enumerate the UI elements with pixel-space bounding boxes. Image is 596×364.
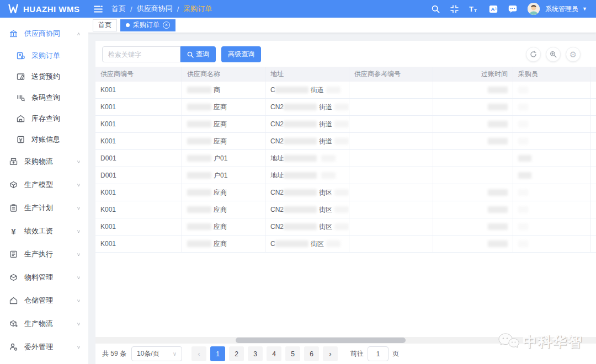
redacted-patch — [518, 87, 528, 93]
sidebar-group-production-logistics[interactable]: 生产物流 ∨ — [0, 312, 88, 335]
breadcrumb-current: 采购订单 — [183, 4, 212, 14]
page-button-6[interactable]: 6 — [304, 346, 319, 361]
redacted-patch — [334, 104, 349, 110]
prev-page-button[interactable]: ‹ — [191, 346, 206, 361]
tab-purchase-order[interactable]: 采购订单 × — [120, 19, 175, 31]
table-row[interactable]: D001户01地址 — [95, 167, 596, 184]
table-row[interactable]: D001户01地址 — [95, 150, 596, 167]
active-dot — [126, 23, 130, 27]
sidebar-group-warehouse-management[interactable]: 仓储管理 ∨ — [0, 289, 88, 312]
table-row[interactable]: K001应商C街区 — [95, 235, 596, 253]
breadcrumb-module[interactable]: 供应商协同 — [137, 4, 173, 14]
chevron-down-icon: ∨ — [77, 159, 81, 164]
sidebar-item-barcode-query[interactable]: 条码查询 — [0, 87, 88, 108]
table-row[interactable]: K001应商CN2街道 — [95, 116, 596, 133]
production-logistics-icon — [9, 319, 18, 329]
cell-supplier-ref — [349, 218, 433, 235]
redacted-patch — [284, 104, 317, 110]
redacted-patch — [187, 121, 211, 127]
goto-page-input[interactable] — [368, 346, 389, 361]
hamburger-icon[interactable] — [88, 6, 111, 13]
advanced-query-button[interactable]: 高级查询 — [221, 46, 261, 62]
cell-filler — [590, 235, 596, 252]
cell-supplier-ref — [349, 235, 433, 252]
redacted-patch — [518, 138, 528, 144]
sidebar-group-supplier-collab[interactable]: 供应商协同 ∧ — [0, 22, 88, 45]
cell-posting-time — [433, 218, 513, 235]
redacted-patch — [518, 172, 531, 179]
sidebar-group-production-execution[interactable]: 生产执行 ∨ — [0, 243, 88, 266]
table-row[interactable]: K001应商CN2街区 — [95, 218, 596, 235]
caret-down-icon[interactable]: ▼ — [582, 6, 587, 12]
barcode-icon — [16, 93, 25, 103]
redacted-patch — [187, 172, 211, 179]
redacted-patch — [488, 240, 508, 247]
redacted-patch — [488, 121, 508, 127]
page-size-select[interactable]: 10条/页 ∨ — [131, 346, 182, 361]
language-icon[interactable]: A 文 — [489, 5, 498, 13]
tab-label: 首页 — [98, 20, 111, 30]
cell-address: 地址 — [265, 150, 349, 167]
redacted-patch — [518, 223, 528, 230]
chevron-down-icon: ∨ — [77, 206, 81, 211]
cell-supplier-code: K001 — [95, 201, 182, 218]
cell-supplier-name: 应商 — [182, 133, 265, 149]
next-page-button[interactable]: › — [323, 346, 338, 361]
table-row[interactable]: K001应商CN2街道 — [95, 99, 596, 116]
sidebar-group-procurement-logistics[interactable]: 采购物流 ∨ — [0, 150, 88, 173]
close-icon[interactable]: × — [163, 22, 170, 29]
redacted-patch — [284, 172, 317, 179]
redacted-patch — [284, 223, 317, 230]
zoom-icon[interactable] — [546, 47, 561, 62]
pager: ‹ 1 2 3 4 5 6 › — [191, 346, 338, 361]
avatar[interactable] — [528, 3, 540, 15]
sidebar-group-material-management[interactable]: 物料管理 ∨ — [0, 266, 88, 289]
sidebar-group-performance-salary[interactable]: ¥ 绩效工资 ∨ — [0, 220, 88, 243]
search-input[interactable] — [102, 46, 180, 62]
cell-supplier-name: 户01 — [182, 150, 265, 167]
table-toolbar: 查询 高级查询 ⚙ — [95, 41, 596, 67]
refresh-icon[interactable] — [526, 47, 541, 62]
sidebar-group-label: 生产模型 — [24, 180, 53, 190]
app-title: HUAZHI WMS — [23, 4, 80, 14]
cell-supplier-name: 应商 — [182, 116, 265, 132]
tab-home[interactable]: 首页 — [93, 19, 117, 31]
search-icon[interactable] — [432, 5, 440, 13]
chevron-down-icon: ∨ — [77, 322, 81, 326]
cell-buyer — [513, 99, 590, 115]
page-button-2[interactable]: 2 — [229, 346, 244, 361]
horizontal-scrollbar[interactable] — [95, 337, 596, 344]
cell-supplier-name: 商 — [182, 82, 265, 98]
sidebar-item-purchase-order[interactable]: 采购订单 — [0, 45, 88, 66]
sidebar-group-outsourcing-management[interactable]: 委外管理 ∨ — [0, 335, 88, 358]
sidebar-item-inventory-query[interactable]: 库存查询 — [0, 108, 88, 129]
warehouse-icon — [9, 296, 18, 306]
table-row[interactable]: K001商C街道 — [95, 82, 596, 99]
font-size-icon[interactable]: T T — [469, 5, 478, 13]
exit-fullscreen-icon[interactable] — [450, 5, 459, 13]
sidebar-group-production-plan[interactable]: 生产计划 ∨ — [0, 196, 88, 220]
goto-page: 前往 页 — [350, 346, 399, 361]
app-logo: HUAZHI WMS — [0, 4, 88, 14]
sidebar-item-delivery-appointment[interactable]: 送货预约 — [0, 66, 88, 87]
page-button-3[interactable]: 3 — [248, 346, 263, 361]
cell-supplier-code: K001 — [95, 116, 182, 132]
message-icon[interactable] — [508, 5, 517, 13]
table-row[interactable]: K001应商CN2街道 — [95, 133, 596, 150]
redacted-patch — [518, 240, 528, 247]
gear-icon[interactable]: ⚙ — [566, 47, 581, 62]
user-name[interactable]: 系统管理员 — [545, 4, 578, 14]
redacted-patch — [326, 240, 340, 247]
page-size-value: 10条/页 — [137, 349, 159, 358]
page-button-4[interactable]: 4 — [267, 346, 281, 361]
page-button-1[interactable]: 1 — [210, 346, 225, 361]
query-button[interactable]: 查询 — [180, 46, 216, 62]
sidebar-group-production-model[interactable]: 生产模型 ∨ — [0, 173, 88, 196]
table-row[interactable]: K001应商CN2街区 — [95, 184, 596, 201]
scrollbar-thumb[interactable] — [236, 338, 406, 343]
breadcrumb-home[interactable]: 首页 — [111, 4, 126, 14]
table-row[interactable]: K001应商CN2街区 — [95, 201, 596, 218]
redacted-patch — [187, 104, 211, 110]
sidebar-item-reconciliation[interactable]: 对账信息 — [0, 129, 88, 150]
page-button-5[interactable]: 5 — [285, 346, 300, 361]
